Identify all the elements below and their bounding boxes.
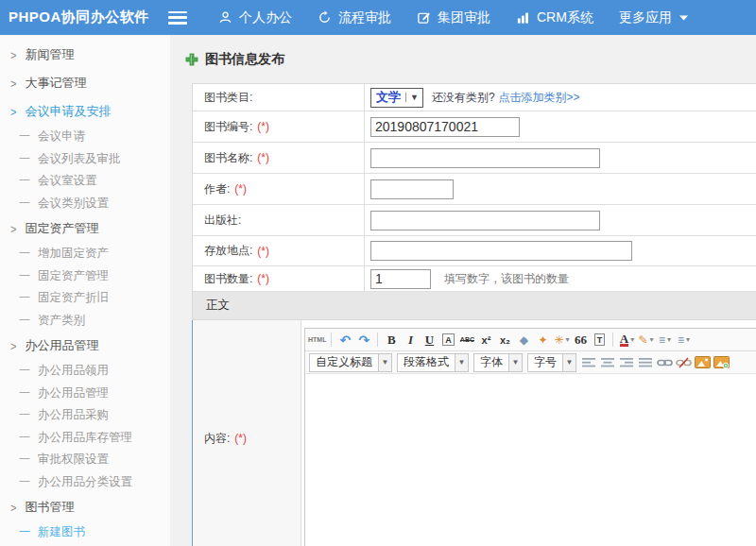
toolbar-separator	[612, 333, 613, 347]
undo-icon[interactable]: ↶	[336, 332, 353, 349]
caret-down-icon: ▼	[562, 354, 576, 371]
html-source-icon[interactable]: HTML	[308, 332, 326, 349]
subscript-icon[interactable]: x₂	[496, 332, 513, 349]
paste-text-icon[interactable]: T	[591, 332, 608, 349]
strikethrough-icon[interactable]: ABC	[458, 332, 475, 349]
sidebar-item-label: 办公用品管理	[38, 385, 109, 401]
hamburger-menu-icon[interactable]	[168, 11, 187, 25]
eraser-icon[interactable]: ◆	[515, 332, 532, 349]
field-value-cell	[365, 145, 756, 172]
field-label: 作者:	[204, 181, 230, 197]
blockquote-icon[interactable]: 66	[572, 332, 589, 349]
sidebar-item-3-1[interactable]: 一会议申请	[0, 126, 170, 148]
dash-icon: 一	[19, 430, 30, 446]
sidebar-item-label: 办公用品分类设置	[38, 474, 132, 490]
dash-icon: 一	[19, 452, 30, 468]
sidebar-section-3[interactable]: >会议申请及安排	[0, 97, 170, 126]
sidebar-item-label: 增加固定资产	[38, 246, 109, 262]
field-input-5[interactable]	[370, 211, 600, 230]
field-value-cell	[365, 207, 756, 234]
content-label: 内容:	[204, 431, 230, 447]
field-input-4[interactable]	[370, 179, 454, 199]
topmenu-item-4[interactable]: CRM系统	[516, 9, 593, 26]
toolbar-separator	[331, 333, 332, 347]
sidebar-item-5-4[interactable]: 一办公用品库存管理	[0, 427, 170, 450]
add-category-link[interactable]: 点击添加类别>>	[499, 90, 580, 106]
font-color-icon[interactable]: A▾	[618, 332, 635, 349]
sidebar-item-5-6[interactable]: 一办公用品分类设置	[0, 471, 170, 494]
char-border-icon[interactable]: A	[439, 332, 456, 349]
field-label-cell: 图书类目:	[193, 84, 365, 111]
caret-down-icon: ▼	[455, 354, 468, 371]
link-icon[interactable]	[656, 354, 673, 371]
sidebar-item-4-1[interactable]: 一增加固定资产	[0, 243, 170, 265]
align-right-icon[interactable]	[618, 354, 635, 371]
insert-image-icon[interactable]	[713, 354, 730, 371]
sidebar-item-4-3[interactable]: 一固定资产折旧	[0, 287, 170, 310]
sidebar-item-5-3[interactable]: 一办公用品采购	[0, 404, 170, 427]
field-label: 图书数量:	[204, 271, 252, 287]
sidebar-item-4-4[interactable]: 一资产类别	[0, 310, 170, 333]
sidebar-section-6[interactable]: >图书管理	[0, 493, 170, 521]
sidebar-item-3-3[interactable]: 一会议室设置	[0, 170, 170, 193]
topmenu-item-label: 集团审批	[438, 9, 490, 26]
top-menu: 个人办公流程审批集团审批CRM系统更多应用	[193, 9, 688, 26]
sidebar-section-5[interactable]: >办公用品管理	[0, 332, 170, 360]
content-editor-cell: HTML↶↷BIUAABCx²x₂◆✦✳▾66TA▾✎▾≡▾≡▾ 自定义标题▼段…	[301, 320, 756, 546]
sidebar-section-label: 会议申请及安排	[25, 103, 111, 120]
unlink-icon[interactable]	[675, 354, 692, 371]
topmenu-item-label: 更多应用	[619, 9, 672, 26]
italic-icon[interactable]: I	[402, 332, 419, 349]
clear-format-icon[interactable]: ✦	[534, 332, 551, 349]
chevron-right-icon: >	[10, 222, 16, 235]
font-size-select[interactable]: 字号▼	[527, 353, 576, 372]
sidebar-item-label: 办公用品采购	[38, 407, 109, 423]
sidebar-item-4-2[interactable]: 一固定资产管理	[0, 265, 170, 288]
sidebar-item-5-2[interactable]: 一办公用品管理	[0, 383, 170, 405]
caret-down-icon	[679, 15, 688, 21]
topmenu-item-5[interactable]: 更多应用	[619, 9, 688, 26]
form-row-2: 图书编号:(*)	[193, 111, 756, 143]
sidebar-section-4[interactable]: >固定资产管理	[0, 214, 170, 243]
sidebar-item-3-2[interactable]: 一会议列表及审批	[0, 148, 170, 171]
editor-content-area[interactable]	[305, 374, 756, 546]
field-input-2[interactable]	[370, 117, 520, 137]
image-icon[interactable]	[694, 354, 711, 371]
field-label: 图书名称:	[204, 150, 252, 166]
sidebar-item-label: 会议类别设置	[38, 196, 109, 212]
sidebar-item-5-1[interactable]: 一办公用品领用	[0, 360, 170, 383]
topmenu-item-1[interactable]: 个人办公	[218, 9, 292, 26]
topmenu-item-3[interactable]: 集团审批	[417, 9, 490, 26]
sidebar-section-label: 大事记管理	[25, 75, 86, 92]
font-family-select[interactable]: 字体▼	[473, 353, 523, 372]
underline-icon[interactable]: U	[421, 332, 438, 349]
highlight-color-icon[interactable]: ✎▾	[637, 332, 654, 349]
field-input-3[interactable]	[370, 148, 600, 168]
chevron-right-icon: >	[10, 339, 16, 352]
chevron-right-icon: >	[10, 77, 16, 90]
paragraph-format-select[interactable]: 段落格式▼	[397, 353, 469, 372]
dash-icon: 一	[19, 290, 30, 306]
superscript-icon[interactable]: x²	[477, 332, 494, 349]
content-label-cell: 内容: (*)	[193, 320, 301, 546]
sidebar-item-6-1[interactable]: 一新建图书	[0, 521, 170, 544]
unordered-list-icon[interactable]: ≡▾	[675, 332, 692, 349]
sidebar-item-5-5[interactable]: 一审批权限设置	[0, 449, 170, 471]
sidebar-section-1[interactable]: >新闻管理	[0, 41, 170, 69]
sidebar-item-3-4[interactable]: 一会议类别设置	[0, 193, 170, 215]
field-label: 图书类目:	[204, 90, 252, 106]
align-left-icon[interactable]	[580, 354, 597, 371]
align-center-icon[interactable]	[599, 354, 616, 371]
combo-label: 自定义标题	[310, 354, 378, 370]
align-justify-icon[interactable]	[637, 354, 654, 371]
bold-icon[interactable]: B	[383, 332, 400, 349]
book-category-select[interactable]: 文学▼	[370, 88, 423, 108]
field-input-6[interactable]	[370, 241, 632, 261]
redo-icon[interactable]: ↷	[355, 332, 372, 349]
auto-typeset-icon[interactable]: ✳▾	[553, 332, 570, 349]
topmenu-item-2[interactable]: 流程审批	[318, 9, 391, 26]
field-input-7[interactable]	[370, 269, 431, 289]
custom-title-select[interactable]: 自定义标题▼	[309, 353, 392, 372]
ordered-list-icon[interactable]: ≡▾	[656, 332, 673, 349]
sidebar-section-2[interactable]: >大事记管理	[0, 69, 170, 97]
